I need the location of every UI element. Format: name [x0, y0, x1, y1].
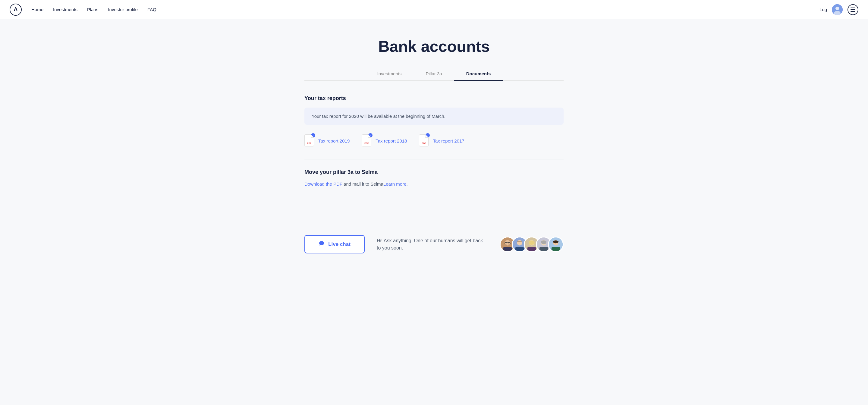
tab-documents[interactable]: Documents	[454, 67, 503, 81]
nav-log-button[interactable]: Log	[819, 7, 827, 12]
nav-links: Home Investments Plans Investor profile …	[31, 7, 819, 12]
nav-faq[interactable]: FAQ	[147, 7, 156, 12]
pillar-text: Download the PDF and mail it to SelmaLea…	[304, 181, 564, 187]
svg-rect-14	[527, 247, 536, 251]
nav-right: Log	[819, 4, 858, 15]
tax-reports-section: Your tax reports Your tax report for 202…	[304, 95, 564, 147]
tax-report-2019[interactable]: Tax report 2019	[304, 134, 350, 147]
nav-menu-button[interactable]	[847, 4, 858, 15]
nav-investments[interactable]: Investments	[53, 7, 78, 12]
tab-pillar3a[interactable]: Pillar 3a	[413, 67, 454, 81]
live-chat-label: Live chat	[328, 241, 350, 247]
brand-logo: A	[10, 4, 22, 16]
svg-point-1	[835, 7, 839, 10]
tab-investments[interactable]: Investments	[365, 67, 414, 81]
tax-report-list: Tax report 2019 Tax report 2018	[304, 134, 564, 147]
tax-report-banner: Your tax report for 2020 will be availab…	[304, 107, 564, 125]
nav-avatar[interactable]	[832, 4, 843, 15]
nav-investor-profile[interactable]: Investor profile	[108, 7, 137, 12]
team-avatar-5	[548, 237, 564, 252]
svg-rect-11	[516, 247, 524, 251]
footer-chat-section: Live chat Hi! Ask anything. One of our h…	[299, 223, 569, 253]
svg-rect-17	[539, 247, 548, 251]
pillar-section: Move your pillar 3a to Selma Download th…	[304, 169, 564, 187]
tax-report-2017[interactable]: Tax report 2017	[419, 134, 464, 147]
pillar-learn-more-link[interactable]: Learn more	[383, 181, 407, 187]
svg-rect-5	[503, 247, 512, 251]
svg-rect-6	[505, 242, 510, 243]
pdf-icon-2018	[362, 134, 373, 147]
pdf-icon-2017	[419, 134, 430, 147]
footer-chat-text: Hi! Ask anything. One of our humans will…	[377, 237, 488, 252]
navbar: A Home Investments Plans Investor profil…	[0, 0, 868, 19]
chat-bubble-icon	[318, 241, 324, 248]
live-chat-button[interactable]: Live chat	[304, 235, 365, 253]
pillar-section-title: Move your pillar 3a to Selma	[304, 169, 564, 176]
tab-bar: Investments Pillar 3a Documents	[304, 67, 564, 81]
team-avatars	[500, 237, 564, 252]
section-divider	[304, 159, 564, 159]
nav-plans[interactable]: Plans	[87, 7, 98, 12]
pillar-download-link[interactable]: Download the PDF	[304, 181, 342, 187]
svg-rect-20	[552, 247, 560, 251]
pdf-icon-2019	[304, 134, 315, 147]
page-title: Bank accounts	[304, 37, 564, 56]
main-content: Bank accounts Investments Pillar 3a Docu…	[299, 19, 569, 223]
tax-report-2018[interactable]: Tax report 2018	[362, 134, 407, 147]
nav-home[interactable]: Home	[31, 7, 43, 12]
tax-reports-title: Your tax reports	[304, 95, 564, 101]
